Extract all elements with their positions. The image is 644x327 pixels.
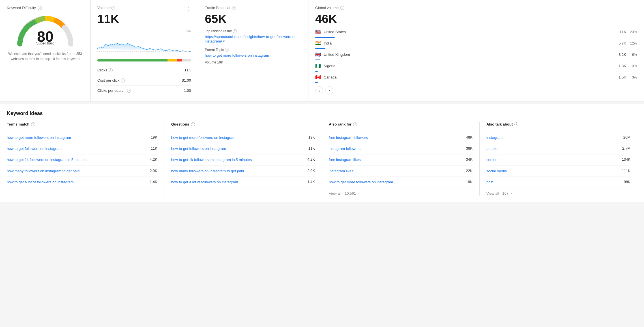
keyword-link[interactable]: free instagram likes: [329, 157, 464, 162]
next-button[interactable]: ›: [325, 86, 333, 94]
list-item: how to get more followers on instagram 1…: [329, 177, 473, 188]
progress-empty: [182, 59, 191, 61]
keyword-link[interactable]: how to get more followers on instagram: [171, 135, 306, 140]
keyword-link[interactable]: how to get 1k followers on instagram in …: [171, 157, 305, 162]
list-item: how to get followers on instagram 11K: [7, 143, 157, 154]
clicks-help-icon[interactable]: ?: [109, 68, 113, 72]
keyword-link[interactable]: how to get 1k followers on instagram in …: [7, 157, 147, 162]
keyword-volume: 2.9K: [150, 169, 157, 173]
list-item: instagram likes 22K: [329, 166, 473, 177]
keyword-link[interactable]: people: [486, 146, 620, 151]
also-rank-view-all[interactable]: View all 10,561 ›: [329, 191, 473, 196]
keyword-link[interactable]: content: [486, 157, 620, 162]
volume-chart-area: 34K: [97, 29, 191, 56]
prev-button[interactable]: ‹: [315, 86, 323, 94]
global-help-icon[interactable]: ?: [340, 6, 344, 10]
country-bar: [315, 82, 318, 83]
country-name: Nigeria: [324, 64, 613, 68]
clicks-per-search-row: Clicks per search ? 1.00: [97, 85, 191, 95]
keyword-link[interactable]: how to get a lot of followers on instagr…: [171, 180, 305, 185]
volume-value: 11K: [97, 12, 191, 26]
keyword-link[interactable]: post: [486, 180, 622, 185]
clicks-label-group: Clicks ?: [97, 68, 113, 72]
keyword-volume: 1.4K: [150, 180, 157, 184]
kd-header: Keyword Difficulty ?: [7, 6, 83, 10]
terms-match-column: Terms match ? how to get more followers …: [7, 122, 164, 196]
parent-topic-link[interactable]: how to get more followers on instagram: [205, 53, 269, 58]
top-ranking-help-icon[interactable]: ?: [233, 29, 237, 33]
country-pct: 3%: [628, 75, 637, 79]
gauge-difficulty-label: Super hard: [36, 41, 54, 45]
keyword-link[interactable]: how to get followers on instagram: [7, 146, 149, 151]
keyword-link[interactable]: social media: [486, 169, 620, 174]
also-rank-for-column: Also rank for ? free instagram followers…: [322, 122, 480, 196]
keyword-link[interactable]: free instagram followers: [329, 135, 464, 140]
list-item: how to get more followers on instagram 1…: [7, 132, 157, 143]
keyword-link[interactable]: instagram followers: [329, 146, 464, 151]
top-ranking-url[interactable]: https://sproutsocial.com/insights/how-to…: [205, 35, 298, 43]
list-item: free instagram likes 34K: [329, 154, 473, 165]
list-item: how to get followers on instagram 11K: [171, 143, 315, 154]
keyword-link[interactable]: how many followers on instagram to get p…: [7, 169, 147, 174]
country-bar: [315, 37, 335, 38]
clicks-row: Clicks ? 11K: [97, 65, 191, 75]
also-talk-view-all[interactable]: View all 167 ›: [486, 191, 630, 196]
parent-topic-volume: Volume 19K: [205, 60, 301, 64]
kd-title: Keyword Difficulty: [7, 6, 36, 10]
country-pct: 23%: [628, 30, 637, 34]
keyword-volume: 26M: [623, 135, 630, 139]
global-header: Global volume ?: [315, 6, 637, 10]
cost-per-click-row: Cost per click ? $1.00: [97, 75, 191, 85]
global-value: 46K: [315, 12, 637, 26]
country-pct: 6%: [628, 53, 637, 57]
also-rank-for-help-icon[interactable]: ?: [353, 122, 357, 126]
progress-yellow: [168, 59, 177, 61]
list-item: how many followers on instagram to get p…: [7, 166, 157, 177]
list-item: instagram 26M: [486, 132, 630, 143]
clicks-value: 11K: [184, 68, 191, 72]
terms-match-header: Terms match ?: [7, 122, 157, 129]
country-row: 🇮🇳 India 5.7K 12%: [315, 41, 637, 49]
keyword-volume: 22K: [466, 169, 473, 173]
keyword-link[interactable]: how to get followers on instagram: [171, 146, 306, 151]
parent-topic-help-icon[interactable]: ?: [225, 48, 229, 52]
cost-help-icon[interactable]: ?: [121, 78, 125, 82]
terms-match-help-icon[interactable]: ?: [31, 122, 35, 126]
keyword-volume: 4.2K: [307, 157, 315, 162]
volume-help-icon[interactable]: ?: [111, 6, 115, 10]
keyword-link[interactable]: how to get a lot of followers on instagr…: [7, 180, 147, 185]
also-talk-about-help-icon[interactable]: ?: [514, 122, 518, 126]
keyword-link[interactable]: instagram likes: [329, 169, 464, 174]
country-flag: 🇳🇬: [315, 63, 321, 69]
nav-arrows: ‹ ›: [315, 86, 637, 94]
keyword-link[interactable]: instagram: [486, 135, 621, 140]
country-row: 🇨🇦 Canada 1.5K 3%: [315, 75, 637, 83]
gauge-container: 80 Super hard: [7, 13, 83, 47]
keyword-link[interactable]: how to get more followers on instagram: [329, 180, 464, 185]
keyword-volume: 2.9K: [307, 169, 315, 173]
clicks-label: Clicks: [97, 68, 107, 72]
traffic-help-icon[interactable]: ?: [232, 6, 236, 10]
keyword-volume: 4.2K: [150, 157, 157, 162]
cps-help-icon[interactable]: ?: [127, 89, 131, 93]
country-row: 🇳🇬 Nigeria 1.8K 3%: [315, 63, 637, 72]
list-item: people 2.7M: [486, 143, 630, 154]
parent-topic-label: Parent Topic ?: [205, 48, 301, 52]
clicks-per-search-value: 1.00: [184, 88, 191, 93]
keyword-volume: 38K: [466, 146, 473, 150]
global-title: Global volume: [315, 6, 339, 10]
keyword-volume: 19K: [151, 135, 157, 139]
keyword-volume: 34K: [466, 157, 473, 162]
keyword-link[interactable]: how many followers on instagram to get p…: [171, 169, 305, 174]
keyword-ideas-section: Keyword ideas Terms match ? how to get m…: [0, 104, 644, 202]
questions-help-icon[interactable]: ?: [191, 122, 195, 126]
kd-help-icon[interactable]: ?: [38, 6, 42, 10]
kd-description: We estimate that you'll need backlinks f…: [7, 51, 83, 61]
country-pct: 12%: [628, 41, 637, 45]
volume-more-icon[interactable]: ⋮: [186, 6, 191, 12]
keyword-link[interactable]: how to get more followers on instagram: [7, 135, 149, 140]
cost-per-click-value: $1.00: [182, 78, 191, 82]
also-rank-for-list: free instagram followers 48K instagram f…: [329, 132, 473, 188]
list-item: social media 111K: [486, 166, 630, 177]
keyword-volume: 19K: [466, 180, 473, 184]
